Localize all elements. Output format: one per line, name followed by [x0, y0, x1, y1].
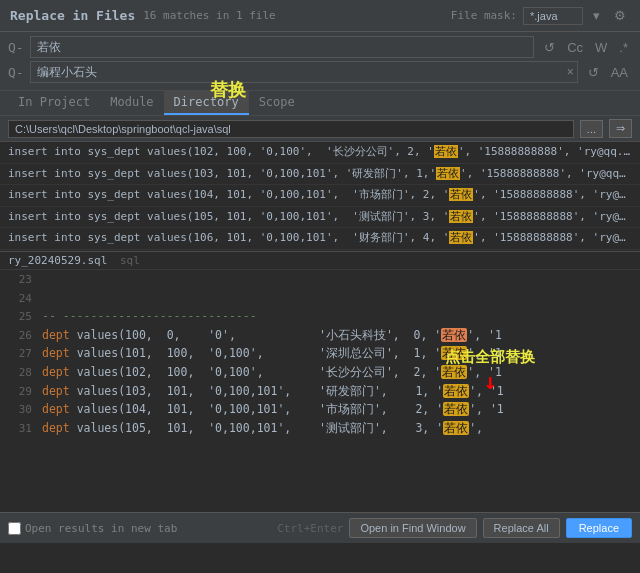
match-count: 16 matches in 1 file	[143, 9, 275, 22]
line-number: 23	[4, 271, 32, 289]
open-find-window-button[interactable]: Open in Find Window	[349, 518, 476, 538]
line-number: 26	[4, 327, 32, 345]
line-content	[42, 289, 49, 307]
open-new-tab-text: Open results in new tab	[25, 522, 177, 535]
replace-button[interactable]: Replace	[566, 518, 632, 538]
dialog-header: Replace in Files 16 matches in 1 file Fi…	[0, 0, 640, 32]
code-viewer: 23 24 25 -- ----------------------------…	[0, 270, 640, 543]
dialog-title: Replace in Files	[10, 8, 135, 23]
code-line: 27 dept values(101, 100, '0,100', '深圳总公司…	[0, 344, 640, 363]
match-case-icon[interactable]: Cc	[563, 38, 587, 57]
code-line: 23	[0, 270, 640, 289]
find-icon: Q-	[8, 40, 24, 55]
replace-icon: Q-	[8, 65, 24, 80]
clear-replace-icon[interactable]: ×	[567, 65, 574, 79]
line-number: 24	[4, 290, 32, 308]
file-mask-input[interactable]	[523, 7, 583, 25]
undo-icon[interactable]: ↺	[540, 38, 559, 57]
scope-tabs: In Project Module Directory Scope	[0, 91, 640, 116]
file-label: ry_20240529.sql sql	[0, 252, 640, 270]
tab-scope[interactable]: Scope	[249, 91, 305, 115]
code-line: 25 -- ----------------------------	[0, 307, 640, 326]
line-content: dept values(103, 101, '0,100,101', '研发部门…	[42, 382, 504, 400]
tab-module[interactable]: Module	[100, 91, 163, 115]
code-line: 30 dept values(104, 101, '0,100,101', '市…	[0, 400, 640, 419]
line-number: 28	[4, 364, 32, 382]
line-content: dept values(102, 100, '0,100', '长沙分公司', …	[42, 363, 502, 381]
result-item[interactable]: insert into sys_dept values(103, 101, '0…	[0, 164, 640, 186]
replace-row: Q- × ↺ AA	[8, 61, 632, 83]
line-number: 31	[4, 420, 32, 438]
tab-directory[interactable]: Directory	[164, 91, 249, 115]
tab-in-project[interactable]: In Project	[8, 91, 100, 115]
line-content: dept values(104, 101, '0,100,101', '市场部门…	[42, 400, 504, 418]
line-content	[42, 270, 49, 288]
file-mask-label: File mask:	[451, 9, 517, 22]
line-content: dept values(105, 101, '0,100,101', '测试部门…	[42, 419, 483, 437]
word-icon[interactable]: W	[591, 38, 611, 57]
open-new-tab-checkbox[interactable]	[8, 522, 21, 535]
result-item[interactable]: insert into sys_dept values(105, 101, '0…	[0, 207, 640, 229]
find-icons: ↺ Cc W .*	[540, 38, 632, 57]
replace-icons: ↺ AA	[584, 63, 632, 82]
results-list[interactable]: insert into sys_dept values(102, 100, '0…	[0, 142, 640, 252]
result-item[interactable]: insert into sys_dept values(106, 101, '0…	[0, 228, 640, 250]
font-size-icon[interactable]: AA	[607, 63, 632, 82]
line-content: dept values(100, 0, '0', '小石头科技', 0, '若依…	[42, 326, 502, 344]
shortcut-hint: Ctrl+Enter	[277, 522, 343, 535]
line-content: dept values(101, 100, '0,100', '深圳总公司', …	[42, 344, 502, 362]
result-item[interactable]: insert into sys_dept values(102, 100, '0…	[0, 142, 640, 164]
find-input[interactable]	[30, 36, 534, 58]
search-section: Q- ↺ Cc W .* Q- × ↺	[0, 32, 640, 91]
find-row: Q- ↺ Cc W .*	[8, 36, 632, 58]
header-left: Replace in Files 16 matches in 1 file	[10, 8, 276, 23]
recursive-button[interactable]: ⇒	[609, 119, 632, 138]
code-line: 28 dept values(102, 100, '0,100', '长沙分公司…	[0, 363, 640, 382]
line-number: 27	[4, 345, 32, 363]
replace-input[interactable]	[30, 61, 578, 83]
bottom-bar: Open results in new tab Ctrl+Enter Open …	[0, 512, 640, 543]
directory-row: ... ⇒	[0, 116, 640, 142]
code-line: 26 dept values(100, 0, '0', '小石头科技', 0, …	[0, 326, 640, 345]
code-lines: 23 24 25 -- ----------------------------…	[0, 270, 640, 437]
browse-button[interactable]: ...	[580, 120, 603, 138]
code-line: 29 dept values(103, 101, '0,100,101', '研…	[0, 382, 640, 401]
directory-input[interactable]	[8, 120, 574, 138]
result-item[interactable]: insert into sys_dept values(104, 101, '0…	[0, 185, 640, 207]
line-number: 30	[4, 401, 32, 419]
regex-icon[interactable]: .*	[615, 38, 632, 57]
bottom-left: Open results in new tab	[8, 522, 177, 535]
bottom-right: Ctrl+Enter Open in Find Window Replace A…	[277, 518, 632, 538]
find-input-wrap	[30, 36, 534, 58]
filter-icon[interactable]: ▾	[589, 6, 604, 25]
file-name: ry_20240529	[8, 254, 81, 267]
settings-icon[interactable]: ⚙	[610, 6, 630, 25]
line-number: 29	[4, 383, 32, 401]
file-ext: .sql	[81, 254, 108, 267]
replace-all-button[interactable]: Replace All	[483, 518, 560, 538]
code-line: 24	[0, 289, 640, 308]
header-right: File mask: ▾ ⚙	[451, 6, 630, 25]
replace-input-wrap: ×	[30, 61, 578, 83]
line-number: 25	[4, 308, 32, 326]
replace-undo-icon[interactable]: ↺	[584, 63, 603, 82]
open-new-tab-label[interactable]: Open results in new tab	[8, 522, 177, 535]
line-content: -- ----------------------------	[42, 307, 257, 325]
code-line: 31 dept values(105, 101, '0,100,101', '测…	[0, 419, 640, 438]
